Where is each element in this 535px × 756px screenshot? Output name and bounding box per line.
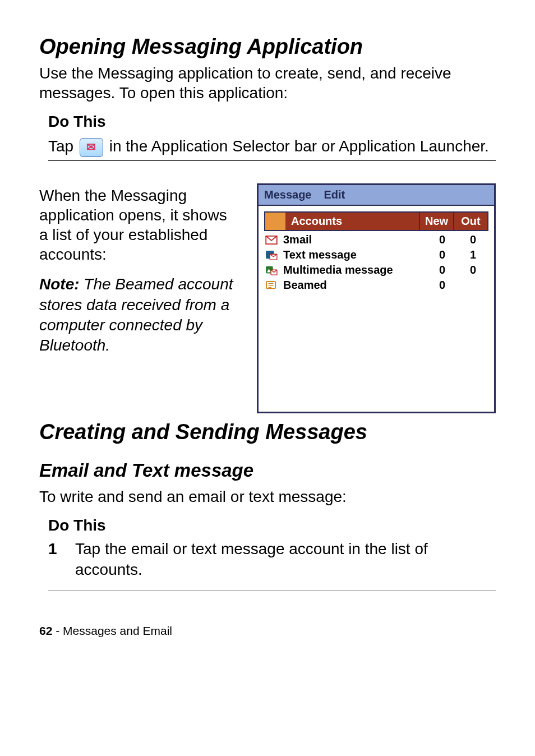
account-row-mms[interactable]: Multimedia message 0 0 [259, 262, 494, 278]
menu-message[interactable]: Message [264, 188, 312, 201]
header-new: New [419, 213, 453, 230]
tap-text-post: in the Application Selector bar or Appli… [105, 137, 489, 155]
account-out-count: 0 [458, 264, 488, 276]
accounts-table-body: 3mail 0 0 Text message 0 1 Multi [259, 231, 494, 412]
menu-edit[interactable]: Edit [324, 188, 345, 201]
heading-creating-sending: Creating and Sending Messages [39, 420, 496, 444]
tap-instruction: Tap in the Application Selector bar or A… [48, 135, 496, 157]
page-footer: 62 - Messages and Email [39, 624, 496, 638]
beamed-icon [264, 280, 279, 291]
account-name: Beamed [283, 279, 427, 292]
messaging-app-icon [80, 138, 103, 157]
account-name: Text message [283, 248, 427, 261]
header-spacer [265, 213, 285, 230]
heading-opening-messaging: Opening Messaging Application [39, 35, 496, 59]
account-name: 3mail [283, 233, 427, 246]
heading-email-text: Email and Text message [39, 460, 496, 481]
note-label: Note: [39, 275, 84, 293]
mail-icon [264, 234, 279, 246]
note-block: Note: The Beamed account stores data rec… [39, 274, 239, 356]
account-new-count: 0 [427, 248, 458, 261]
account-out-count: 1 [458, 248, 488, 261]
account-row-text[interactable]: Text message 0 1 [259, 247, 494, 262]
step-text: Tap the email or text message account in… [75, 539, 496, 580]
mms-icon [264, 265, 279, 276]
account-row-3mail[interactable]: 3mail 0 0 [259, 232, 494, 247]
accounts-intro: When the Messaging application opens, it… [39, 186, 239, 264]
divider-1 [48, 160, 496, 161]
header-out: Out [453, 213, 487, 230]
instruction-block-2: Do This 1 Tap the email or text message … [39, 517, 496, 591]
footer-section: Messages and Email [63, 624, 172, 637]
intro-text-1: Use the Messaging application to create,… [39, 63, 496, 103]
do-this-heading-1: Do This [48, 113, 496, 131]
step-1: 1 Tap the email or text message account … [39, 539, 496, 587]
header-accounts: Accounts [285, 213, 419, 230]
account-name: Multimedia message [283, 264, 427, 276]
tap-text-pre: Tap [48, 137, 78, 155]
accounts-table-header: Accounts New Out [264, 211, 488, 231]
divider-2 [48, 590, 496, 591]
intro-text-2: To write and send an email or text messa… [39, 487, 496, 506]
do-this-heading-2: Do This [39, 517, 496, 534]
account-row-beamed[interactable]: Beamed 0 [259, 278, 494, 293]
instruction-block-1: Do This Tap in the Application Selector … [39, 113, 496, 168]
text-icon [264, 250, 279, 261]
device-menubar: Message Edit [259, 185, 494, 206]
device-screenshot: Message Edit Accounts New Out 3mail 0 0 [257, 183, 496, 413]
footer-sep: - [52, 624, 63, 637]
account-new-count: 0 [427, 279, 458, 292]
page-number: 62 [39, 624, 52, 637]
account-out-count: 0 [458, 233, 488, 246]
account-new-count: 0 [427, 264, 458, 276]
step-number: 1 [48, 539, 62, 580]
account-new-count: 0 [427, 233, 458, 246]
